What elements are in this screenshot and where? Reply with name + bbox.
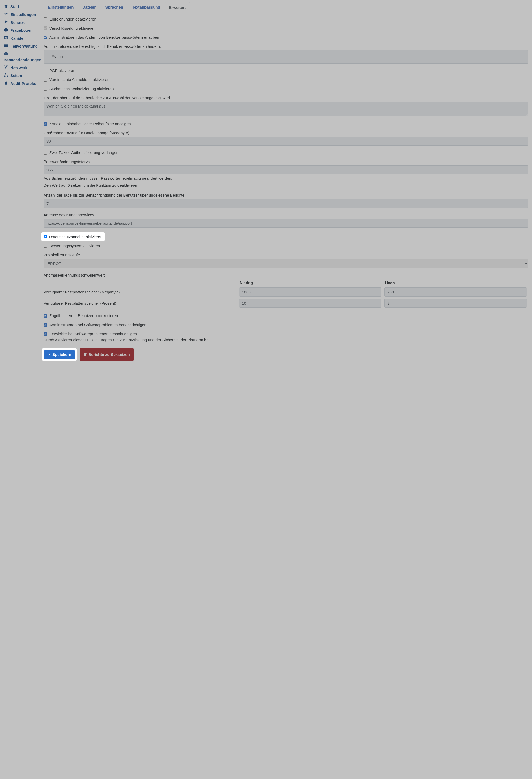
- enable-rating-label[interactable]: Bewertungssystem aktivieren: [49, 244, 100, 248]
- disk-mb-high-input[interactable]: [385, 288, 527, 297]
- reset-reports-button[interactable]: Berichte zurücksetzen: [80, 348, 133, 361]
- enable-seo-label[interactable]: Suchmaschinenindizierung aktivieren: [49, 86, 114, 91]
- disk-pct-high-input[interactable]: [385, 299, 527, 308]
- sidebar-item-label: Kanäle: [10, 36, 23, 41]
- sidebar-item-label: Benutzer: [10, 20, 27, 25]
- disk-pct-low-input[interactable]: [239, 299, 381, 308]
- home-icon: [4, 4, 8, 9]
- svg-rect-6: [4, 46, 7, 47]
- sidebar-item-label: Netzwerk: [10, 65, 27, 70]
- channels-alpha-checkbox[interactable]: [44, 122, 47, 126]
- disk-pct-row: Verfügbarer Festplattenspeicher (Prozent…: [44, 298, 528, 309]
- svg-point-1: [6, 21, 7, 22]
- sidebar-item-seiten[interactable]: Seiten: [4, 72, 39, 80]
- tab-erweitert[interactable]: Erweitert: [165, 2, 190, 12]
- disable-privacy-panel-checkbox[interactable]: [44, 235, 47, 238]
- svg-point-0: [5, 20, 6, 22]
- disable-submissions-label[interactable]: Einreichungen deaktivieren: [49, 17, 96, 21]
- svg-rect-13: [7, 75, 7, 76]
- sidebar-item-label: Seiten: [10, 73, 22, 78]
- sidebar-item-netzwerk[interactable]: Netzwerk: [4, 64, 39, 72]
- sidebar-item-start[interactable]: Start: [4, 3, 39, 11]
- require-2fa-label[interactable]: Zwei-Faktor-Authentifizierung verlangen: [49, 151, 118, 155]
- log-internal-label[interactable]: Zugriffe interner Benutzer protokolliere…: [49, 313, 118, 318]
- anomaly-group: Anomalieerkennungsschwellenwert Niedrig …: [44, 273, 528, 309]
- pw-interval-label: Passwortänderungsintervall: [44, 160, 528, 164]
- save-button-label: Speichern: [53, 352, 71, 357]
- channels-alpha-row: Kanäle in alphabetischer Reihenfolge anz…: [44, 122, 528, 126]
- log-internal-checkbox[interactable]: [44, 314, 47, 317]
- authorized-admins-group: Administratoren, die berechtigt sind, Be…: [44, 44, 528, 64]
- notify-admin-sw-checkbox[interactable]: [44, 323, 47, 327]
- sidebar-item-label: Benachrichtigungen: [4, 57, 41, 63]
- disable-submissions-checkbox[interactable]: [44, 17, 47, 21]
- pw-interval-help1: Aus Sicherheitsgründen müssen Passwörter…: [44, 176, 528, 181]
- require-2fa-row: Zwei-Faktor-Authentifizierung verlangen: [44, 151, 528, 155]
- sidebar-item-einstellungen[interactable]: Einstellungen: [4, 11, 39, 19]
- enable-pgp-checkbox[interactable]: [44, 69, 47, 72]
- notify-dev-sw-group: Entwickler bei Softwareproblemen benachr…: [44, 332, 528, 343]
- channels-alpha-label[interactable]: Kanäle in alphabetischer Reihenfolge anz…: [49, 122, 131, 126]
- enable-encryption-row: Verschlüsselung aktivieren: [44, 26, 528, 31]
- save-button[interactable]: Speichern: [44, 350, 75, 359]
- sidebar: Start Einstellungen Benutzer Fragebögen …: [0, 0, 42, 779]
- support-address-label: Adresse des Kundenservices: [44, 213, 528, 217]
- tab-textanpassung[interactable]: Textanpassung: [127, 2, 165, 12]
- sidebar-item-fallverwaltung[interactable]: Fallverwaltung: [4, 42, 39, 50]
- sidebar-item-kanaele[interactable]: Kanäle: [4, 34, 39, 42]
- users-icon: [4, 20, 8, 25]
- svg-rect-10: [5, 73, 6, 74]
- pw-interval-input[interactable]: [44, 165, 528, 175]
- allow-admin-pw-label[interactable]: Administratoren das Ändern von Benutzerp…: [49, 35, 159, 40]
- authorized-admins-box[interactable]: Admin: [44, 50, 528, 64]
- main-content: Einstellungen Dateien Sprachen Textanpas…: [42, 0, 532, 779]
- tab-sprachen[interactable]: Sprachen: [101, 2, 127, 12]
- enable-simple-login-checkbox[interactable]: [44, 78, 47, 81]
- require-2fa-checkbox[interactable]: [44, 151, 47, 155]
- sidebar-item-label: Einstellungen: [10, 12, 36, 17]
- disable-privacy-panel-row: Datenschutzpanel deaktivieren: [41, 232, 106, 241]
- tab-einstellungen[interactable]: Einstellungen: [44, 2, 78, 12]
- unread-days-input[interactable]: [44, 199, 528, 208]
- enable-seo-checkbox[interactable]: [44, 87, 47, 91]
- attachment-limit-input[interactable]: [44, 136, 528, 146]
- sidebar-item-audit[interactable]: Audit-Protokoll: [4, 79, 39, 87]
- disk-mb-low-input[interactable]: [239, 288, 381, 297]
- notify-dev-help: Durch Aktivieren dieser Funktion tragen …: [44, 337, 528, 343]
- pw-interval-help2: Den Wert auf 0 setzen um die Funktion zu…: [44, 183, 528, 188]
- notify-dev-sw-label[interactable]: Entwickler bei Softwareproblemen benachr…: [49, 332, 137, 336]
- support-address-input[interactable]: [44, 219, 528, 228]
- log-internal-row: Zugriffe interner Benutzer protokolliere…: [44, 313, 528, 318]
- clipboard-icon: [4, 81, 8, 86]
- check-icon: [47, 353, 51, 356]
- trash-icon: [83, 353, 87, 356]
- allow-admin-pw-row: Administratoren das Ändern von Benutzerp…: [44, 35, 528, 40]
- notify-dev-sw-checkbox[interactable]: [44, 332, 47, 336]
- enable-simple-login-row: Vereinfachte Anmeldung aktivieren: [44, 77, 528, 82]
- anomaly-col-high: Hoch: [383, 279, 528, 286]
- disable-privacy-panel-label[interactable]: Datenschutzpanel deaktivieren: [49, 235, 102, 239]
- notify-admin-sw-label[interactable]: Administratoren bei Softwareproblemen be…: [49, 322, 146, 327]
- enable-rating-checkbox[interactable]: [44, 244, 47, 248]
- attachment-limit-label: Größenbegrenzung für Dateianhänge (Megab…: [44, 131, 528, 135]
- sliders-icon: [4, 12, 8, 17]
- tab-dateien[interactable]: Dateien: [78, 2, 101, 12]
- sitemap-icon: [4, 73, 8, 78]
- enable-encryption-label: Verschlüsselung aktivieren: [49, 26, 96, 31]
- svg-rect-4: [4, 44, 7, 45]
- sidebar-item-frageboegen[interactable]: Fragebögen: [4, 26, 39, 35]
- disk-mb-row: Verfügbarer Festplattenspeicher (Megabyt…: [44, 286, 528, 298]
- sidebar-item-benutzer[interactable]: Benutzer: [4, 18, 39, 26]
- svg-rect-15: [5, 81, 6, 82]
- log-level-select[interactable]: ERROR: [44, 259, 528, 268]
- disk-pct-label: Verfügbarer Festplattenspeicher (Prozent…: [44, 298, 237, 309]
- enable-simple-login-label[interactable]: Vereinfachte Anmeldung aktivieren: [49, 77, 109, 82]
- svg-rect-14: [5, 81, 7, 85]
- sidebar-item-benachrichtigungen[interactable]: Benachrichtigungen: [4, 50, 39, 64]
- question-icon: [4, 28, 8, 33]
- allow-admin-pw-checkbox[interactable]: [44, 36, 47, 39]
- notify-admin-sw-row: Administratoren bei Softwareproblemen be…: [44, 322, 528, 327]
- enable-pgp-label[interactable]: PGP aktivieren: [49, 68, 75, 73]
- enable-pgp-row: PGP aktivieren: [44, 68, 528, 73]
- channel-text-input[interactable]: Wählen Sie einen Meldekanal aus:: [44, 102, 528, 116]
